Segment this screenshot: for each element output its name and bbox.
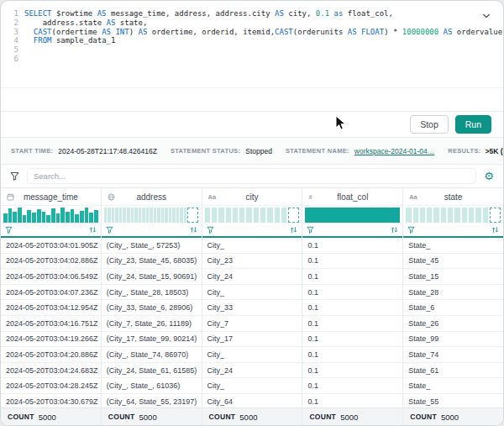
histogram-bar bbox=[127, 208, 130, 223]
histogram-bar bbox=[3, 213, 8, 223]
table-cell: (City_33, State_6, 28906) bbox=[102, 300, 202, 316]
table-cell: State_26 bbox=[403, 316, 503, 332]
search-input[interactable] bbox=[27, 168, 476, 184]
column-header[interactable]: Aastate bbox=[403, 188, 503, 206]
histogram-bar bbox=[71, 209, 75, 223]
table-column: AastateState_State_45State_15State_28Sta… bbox=[403, 188, 503, 425]
sql-editor[interactable]: 123456 SELECT $rowtime AS message_time, … bbox=[1, 1, 503, 88]
table-cell: City_24 bbox=[202, 269, 302, 285]
histogram-bar bbox=[8, 208, 13, 223]
table-cell: State_99 bbox=[403, 332, 503, 348]
column-histogram[interactable] bbox=[102, 206, 202, 224]
histogram-bar bbox=[112, 208, 115, 223]
stop-button[interactable]: Stop bbox=[410, 115, 449, 134]
column-filter-row bbox=[202, 224, 302, 238]
column-header[interactable]: #float_col bbox=[302, 188, 402, 206]
column-header[interactable]: address bbox=[102, 188, 202, 206]
histogram-bar bbox=[80, 211, 84, 223]
column-histogram[interactable] bbox=[1, 206, 101, 224]
table-cell: (City_7, State_26, 11189) bbox=[102, 316, 202, 332]
start-time-label: START TIME: bbox=[11, 147, 53, 155]
count-value: 5000 bbox=[239, 413, 257, 422]
histogram-overflow-tail bbox=[288, 208, 299, 223]
column-sort-icon[interactable] bbox=[290, 226, 297, 234]
histogram-bar bbox=[131, 208, 134, 223]
gear-icon[interactable]: ⚙ bbox=[484, 171, 494, 181]
collapse-editor-button[interactable] bbox=[480, 9, 493, 23]
app-window: 123456 SELECT $rowtime AS message_time, … bbox=[0, 0, 504, 426]
statement-status-value: Stopped bbox=[245, 147, 272, 155]
column-histogram[interactable] bbox=[202, 206, 302, 224]
histogram-bar bbox=[89, 213, 93, 223]
table-cell: (City_, State_, 61036) bbox=[102, 378, 202, 394]
column-label: city bbox=[245, 192, 258, 202]
filter-funnel-icon[interactable] bbox=[10, 171, 19, 181]
table-cell: City_24 bbox=[202, 363, 302, 379]
table-cell: State_45 bbox=[403, 254, 503, 270]
column-filter-icon[interactable] bbox=[407, 226, 415, 234]
histogram-bar bbox=[281, 208, 286, 223]
table-column: AacityCity_City_23City_24City_City_33Cit… bbox=[202, 188, 303, 425]
table-cell: (City_, State_, 57253) bbox=[102, 238, 202, 254]
histogram-bar bbox=[161, 208, 165, 223]
table-cell: 0.1 bbox=[302, 347, 402, 363]
table-cell: State_28 bbox=[403, 285, 503, 301]
statement-name-link[interactable]: workspace-2024-01-04… bbox=[354, 147, 434, 155]
column-filter-icon[interactable] bbox=[307, 226, 314, 234]
table-cell: State_ bbox=[403, 378, 503, 394]
column-filter-row bbox=[1, 224, 101, 238]
table-cell: 0.1 bbox=[302, 285, 402, 301]
table-cell: 2024-05-20T03:04:16.751Z bbox=[1, 316, 101, 332]
column-header[interactable]: message_time bbox=[1, 188, 101, 206]
chevron-down-icon bbox=[482, 8, 491, 24]
column-header[interactable]: Aacity bbox=[202, 188, 302, 206]
run-button[interactable]: Run bbox=[455, 115, 491, 134]
histogram-bar bbox=[46, 215, 50, 223]
histogram-bar bbox=[462, 208, 467, 223]
column-sort-icon[interactable] bbox=[391, 226, 398, 234]
table-cell: City_ bbox=[202, 285, 302, 301]
table-cell: City_64 bbox=[202, 394, 302, 408]
column-sort-icon[interactable] bbox=[190, 226, 197, 234]
count-label: COUNT bbox=[309, 413, 336, 421]
histogram-bar bbox=[60, 208, 65, 223]
histogram-bar bbox=[441, 208, 446, 223]
column-filter-icon[interactable] bbox=[207, 226, 214, 234]
column-count-footer: COUNT5000 bbox=[102, 408, 202, 425]
table-cell: State_6 bbox=[403, 300, 503, 316]
editor-gutter: 123456 bbox=[1, 9, 24, 87]
table-cell: City_33 bbox=[202, 300, 302, 316]
table-cell: (City_24, State_15, 90691) bbox=[102, 269, 202, 285]
table-cell: State_61 bbox=[403, 363, 503, 379]
table-search-row: ⚙ bbox=[1, 165, 503, 187]
count-value: 5000 bbox=[340, 413, 358, 422]
histogram-bar bbox=[305, 208, 400, 223]
count-value: 5000 bbox=[441, 413, 459, 422]
histogram-bar bbox=[104, 208, 108, 223]
column-histogram[interactable] bbox=[403, 206, 503, 224]
code-line: address.state AS state, bbox=[24, 18, 483, 28]
histogram-bar bbox=[150, 208, 153, 223]
code-area[interactable]: SELECT $rowtime AS message_time, address… bbox=[24, 9, 503, 87]
column-filter-icon[interactable] bbox=[5, 226, 13, 234]
column-filter-icon[interactable] bbox=[106, 226, 113, 234]
line-number: 4 bbox=[1, 36, 18, 45]
table-cell: 0.1 bbox=[302, 269, 402, 285]
statement-statusbar: START TIME: 2024-05-28T21:17:48.426416Z … bbox=[1, 138, 503, 165]
table-cell: (City_17, State_99, 90214) bbox=[102, 332, 202, 348]
table-cell: 2024-05-20T03:04:28.245Z bbox=[1, 378, 101, 394]
globe-icon bbox=[108, 193, 115, 201]
editor-resize-strip[interactable] bbox=[1, 88, 503, 112]
column-sort-icon[interactable] bbox=[491, 226, 499, 234]
column-sort-icon[interactable] bbox=[89, 226, 97, 234]
line-number: 6 bbox=[1, 55, 18, 64]
histogram-bar bbox=[18, 208, 22, 223]
table-cell: State_ bbox=[403, 238, 503, 254]
column-histogram[interactable] bbox=[302, 206, 402, 224]
histogram-bar bbox=[239, 208, 244, 223]
column-label: message_time bbox=[24, 192, 78, 202]
code-line bbox=[24, 55, 483, 64]
table-cell: 0.1 bbox=[302, 254, 402, 270]
histogram-bar bbox=[94, 210, 98, 223]
table-column: #float_col0.10.10.10.10.10.10.10.10.10.1… bbox=[302, 188, 403, 425]
